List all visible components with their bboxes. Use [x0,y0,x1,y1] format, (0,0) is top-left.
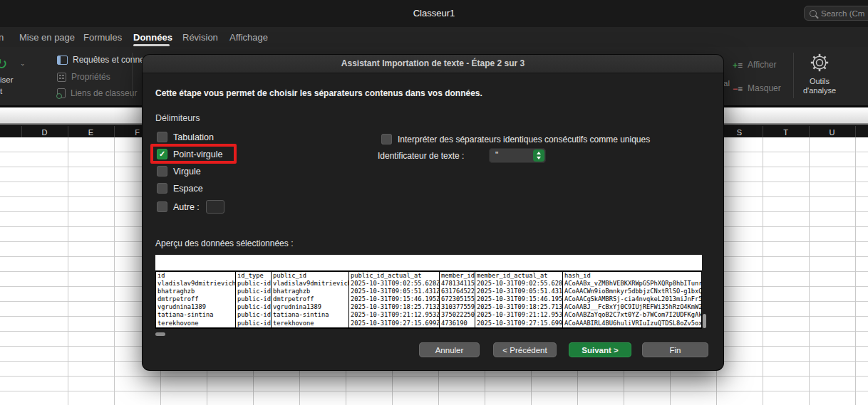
other-checkbox[interactable]: ✓ [157,201,167,212]
space-checkbox[interactable]: ✓ [157,183,167,194]
preview-cell: vladislav9dmitrievich [156,280,235,288]
workbook-links-button[interactable]: Liens de classeur [57,88,137,98]
preview-column-header: id [156,272,235,280]
other-delimiter-input[interactable] [206,200,224,214]
hide-detail-button[interactable]: −≡ Masquer [733,82,781,95]
search-icon [810,10,817,17]
hide-detail-label: Masquer [748,83,781,93]
delimiter-row-tabulation[interactable]: ✓ Tabulation [157,132,214,142]
preview-cell: 2025-10-31T09:21:12.953Z [475,311,562,319]
show-detail-icon: +≡ [733,58,743,71]
delimiter-row-virgule[interactable]: ✓ Virgule [157,166,201,177]
tab-revision[interactable]: Révision [182,32,218,43]
preview-cell: 672305155 [440,295,475,303]
consecutive-delimiters-row[interactable]: ✓ Interpréter des séparateurs identiques… [381,134,650,144]
preview-cell: ACoAABJ__FcBxYj0C9IUjREFWi35hRzO4KmW2L [563,303,702,311]
tab-formules[interactable]: Formules [83,32,122,43]
data-preview-box[interactable]: idvladislav9dmitrievichbhatraghzbdmtrpet… [155,255,702,329]
preview-cell: 2025-10-31T09:05:51.431Z [349,288,439,295]
search-input[interactable]: Search (Cm [804,6,868,21]
preview-cell: ACoAACgSkAMBRSj-cia4nvqkeL2013miJnFr5o [563,295,702,303]
preview-column-header: member_id [440,272,475,280]
preview-cell: 2025-10-31T09:02:55.628Z [475,280,562,288]
analysis-tools-button[interactable] [810,53,830,75]
preview-cell: vladislav9dmitrievich [272,280,348,288]
properties-label: Propriétés [71,72,110,82]
preview-vertical-scrollbar[interactable] [703,314,706,328]
preview-cell: 2025-10-31T09:21:12.953Z [349,311,439,319]
delimiter-row-autre[interactable]: ✓ Autre : [157,200,224,214]
preview-cell: 375022250 [440,311,475,319]
tab-affichage[interactable]: Affichage [229,32,268,43]
preview-cell: public-id [236,295,271,303]
preview-cell: ACoAABx_vZMBhVEBKXRWpGSPhXQRp8hbITunrJ [563,280,702,288]
preview-cell: 2025-10-31T09:02:55.628Z [349,280,439,288]
gear-icon [810,53,830,73]
show-detail-button[interactable]: +≡ Afficher [733,58,777,71]
refresh-button-partial-label[interactable]: iser [0,75,14,84]
active-tab-underline [133,44,170,46]
preview-cell: bhatraghzb [156,288,235,295]
cancel-button[interactable]: Annuler [419,342,480,357]
hidden-button-partial-label: al [723,79,730,88]
preview-cell: terekhovone [272,320,348,327]
preview-column-header: public_id [272,272,348,280]
preview-cell: 310377559 [440,303,475,311]
preview-horizontal-scrollbar[interactable] [155,332,165,336]
preview-cell: ACoAACWn9ioBmnkyr5dbbjzCNxtRlSO-g1bxQO [563,288,702,295]
comma-checkbox[interactable]: ✓ [157,166,167,177]
text-qualifier-label: Identificateur de texte : [378,151,464,161]
preview-cell: 2025-10-31T09:05:51.431Z [475,288,562,295]
annotation-highlight-box [150,144,237,164]
next-button[interactable]: Suivant > [569,342,631,357]
preview-cell: 4736190 [440,320,475,327]
tabulation-checkbox[interactable]: ✓ [157,132,167,142]
preview-cell: 631764522 [440,288,475,295]
preview-column-header: hash_id [563,272,702,280]
preview-cell: 2025-10-31T09:18:25.713Z [349,303,439,311]
consecutive-checkbox[interactable]: ✓ [381,134,392,144]
tab-partial[interactable]: n [0,32,4,43]
preview-column: member_id4781341156317645226723051553103… [440,272,475,327]
queries-icon [57,56,68,65]
properties-icon [57,73,66,82]
ribbon-tab-bar: n Mise en page Formules Données Révision… [0,27,868,47]
preview-column: public_id_actual_at2025-10-31T09:02:55.6… [349,272,440,327]
text-qualifier-value: " [495,150,498,160]
dialog-titlebar[interactable]: Assistant Importation de texte - Étape 2… [143,55,723,73]
refresh-button-partial-label2: t [0,87,2,95]
preview-column: public_idvladislav9dmitrievichbhatraghzb… [272,272,349,327]
preview-column: idvladislav9dmitrievichbhatraghzbdmtrpet… [156,272,236,327]
preview-column-header: member_id_actual_at [475,272,562,280]
finish-button[interactable]: Fin [642,342,708,357]
preview-column: hash_idACoAABx_vZMBhVEBKXRWpGSPhXQRp8hbI… [563,272,702,327]
delimiters-section-label: Délimiteurs [155,113,200,123]
properties-button[interactable]: Propriétés [57,72,110,82]
preview-column-header: public_id_actual_at [349,272,439,280]
search-placeholder: Search (Cm [821,9,864,18]
ribbon-separator-2 [793,53,794,98]
workbook-links-label: Liens de classeur [71,88,137,98]
preview-cell: vgrudnina1389 [156,303,235,311]
show-detail-label: Afficher [748,60,776,70]
preview-cell: 2025-10-31T09:15:46.195Z [349,295,439,303]
preview-cell: ACoAABZaYqoB2C7xt0YZ-b7WCom7I2UDFKgAkY [563,311,702,319]
document-title: Classeur1 [0,8,868,19]
comma-label: Virgule [173,167,201,177]
preview-cell: dmtrpetroff [272,295,348,303]
preview-column: member_id_actual_at2025-10-31T09:02:55.6… [475,272,563,327]
preview-cell: 478134115 [440,280,475,288]
text-qualifier-select[interactable]: " [489,148,546,163]
preview-cell: tatiana-sintina [272,311,348,319]
tabulation-label: Tabulation [173,132,214,142]
stepper-arrows-icon [533,149,544,162]
preview-column: id_typepublic-idpublic-idpublic-idpublic… [236,272,272,327]
refresh-icon: ↻ [0,56,8,73]
other-label: Autre : [173,202,200,212]
workbook-links-icon [57,88,66,98]
tab-donnees[interactable]: Données [133,32,172,43]
tab-mise-en-page[interactable]: Mise en page [19,32,75,43]
excel-window: Classeur1 Search (Cm n Mise en page Form… [0,0,868,405]
previous-button[interactable]: < Précédent [493,342,557,357]
delimiter-row-espace[interactable]: ✓ Espace [157,183,203,194]
